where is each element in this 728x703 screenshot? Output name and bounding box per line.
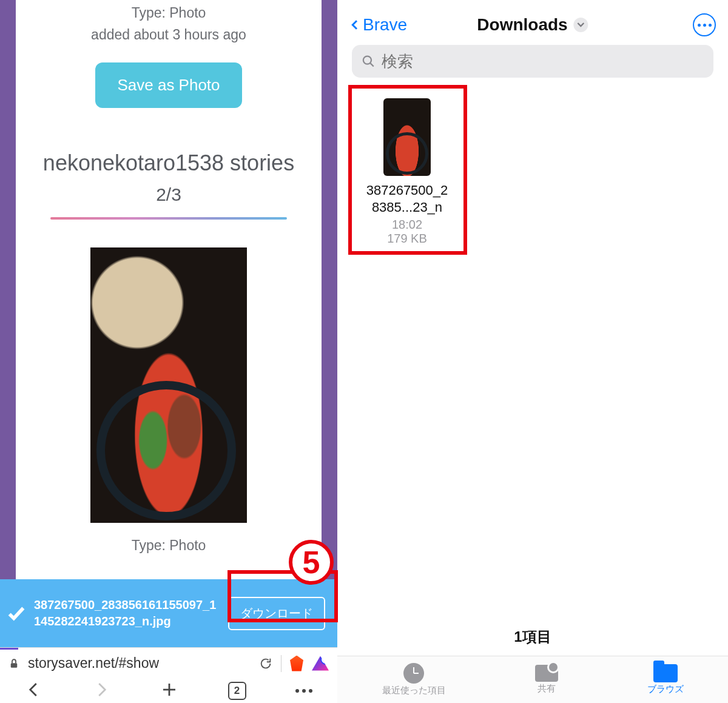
new-tab-button[interactable] — [160, 681, 178, 701]
tab-share-label: 共有 — [538, 683, 556, 695]
browser-toolbar: 2 — [0, 679, 337, 703]
stories-counter: 2/3 — [156, 184, 181, 205]
file-name-line2: 8385...23_n — [356, 199, 459, 216]
back-link[interactable]: Brave — [349, 15, 407, 35]
tab-recent[interactable]: 最近使った項目 — [382, 663, 446, 696]
folder-icon — [653, 664, 678, 682]
svg-point-3 — [363, 56, 371, 64]
gradient-divider — [50, 217, 287, 220]
title-dropdown[interactable] — [574, 18, 588, 32]
url-text: storysaver.net/#show — [28, 655, 251, 671]
tab-browse-label: ブラウズ — [647, 684, 684, 695]
share-icon — [535, 665, 558, 682]
clock-icon — [403, 663, 424, 684]
item-count: 1項目 — [337, 627, 728, 647]
svg-line-4 — [370, 63, 374, 67]
download-filename: 387267500_283856161155097_11452822419237… — [34, 597, 222, 630]
tab-bar: 最近使った項目 共有 ブラウズ — [337, 656, 728, 703]
brave-icon[interactable] — [290, 656, 303, 671]
tab-browse[interactable]: ブラウズ — [647, 664, 684, 695]
story-image[interactable] — [90, 247, 247, 523]
checkmark-icon — [6, 603, 27, 624]
tab-count-button[interactable]: 2 — [228, 682, 246, 700]
search-field[interactable] — [352, 45, 713, 78]
menu-button[interactable] — [295, 689, 312, 693]
file-item[interactable]: 387267500_2 8385...23_n 18:02 179 KB — [356, 90, 459, 246]
separator — [281, 655, 281, 672]
story-card: Type: Photo added about 3 hours ago Save… — [16, 0, 322, 605]
page-load-progress — [0, 648, 18, 650]
added-label: added about 3 hours ago — [91, 24, 246, 46]
url-bar[interactable]: storysaver.net/#show — [0, 647, 337, 679]
chevron-left-icon — [349, 16, 360, 34]
search-icon — [362, 54, 376, 69]
download-bar: 387267500_283856161155097_11452822419237… — [0, 579, 337, 647]
back-button[interactable] — [25, 681, 43, 701]
download-button[interactable]: ダウンロード — [228, 597, 325, 630]
file-size: 179 KB — [356, 232, 459, 246]
save-as-photo-button[interactable]: Save as Photo — [95, 62, 241, 108]
back-label: Brave — [363, 15, 407, 35]
chevron-down-icon — [578, 22, 585, 27]
type-label: Type: Photo — [91, 2, 246, 24]
stories-title: nekonekotaro1538 stories — [43, 150, 294, 176]
tab-share[interactable]: 共有 — [535, 665, 558, 695]
reload-icon[interactable] — [259, 657, 272, 670]
more-button[interactable] — [693, 13, 716, 36]
file-thumbnail — [383, 98, 431, 176]
page-title: Downloads — [477, 15, 567, 35]
file-time: 18:02 — [356, 218, 459, 232]
file-name-line1: 387267500_2 — [356, 182, 459, 199]
extension-icon[interactable] — [312, 656, 329, 671]
tab-recent-label: 最近使った項目 — [382, 685, 446, 696]
svg-rect-0 — [11, 663, 18, 668]
type-label-2: Type: Photo — [132, 537, 206, 554]
search-input[interactable] — [382, 52, 704, 71]
forward-button — [92, 681, 110, 701]
lock-icon — [8, 658, 19, 669]
